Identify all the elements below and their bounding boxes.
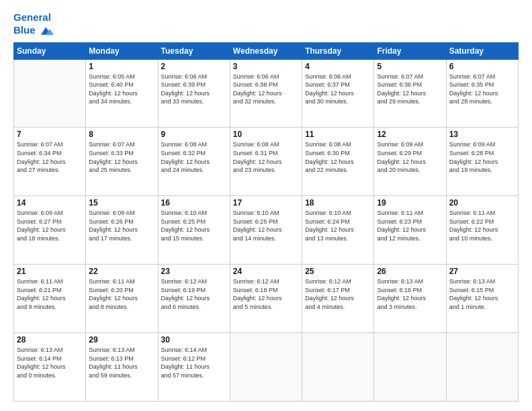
day-info: Sunrise: 6:09 AM Sunset: 6:29 PM Dayligh… [377,140,443,174]
day-info: Sunrise: 6:13 AM Sunset: 6:13 PM Dayligh… [89,346,154,379]
calendar-cell: 15Sunrise: 6:09 AM Sunset: 6:26 PM Dayli… [86,196,158,265]
day-info: Sunrise: 6:09 AM Sunset: 6:26 PM Dayligh… [89,209,154,242]
day-number: 2 [161,62,227,71]
calendar-cell: 28Sunrise: 6:13 AM Sunset: 6:14 PM Dayli… [14,333,86,402]
calendar-cell: 17Sunrise: 6:10 AM Sunset: 6:25 PM Dayli… [230,196,302,265]
day-header-thursday: Thursday [302,42,374,59]
calendar-cell: 1Sunrise: 6:05 AM Sunset: 6:40 PM Daylig… [86,59,158,128]
day-header-saturday: Saturday [446,42,518,59]
day-number: 26 [377,267,443,276]
day-info: Sunrise: 6:07 AM Sunset: 6:33 PM Dayligh… [89,140,154,174]
day-number: 15 [89,198,154,208]
day-info: Sunrise: 6:06 AM Sunset: 6:37 PM Dayligh… [305,73,371,106]
logo-text-blue: Blue [13,24,54,38]
calendar-cell: 11Sunrise: 6:08 AM Sunset: 6:30 PM Dayli… [302,128,374,196]
day-info: Sunrise: 6:11 AM Sunset: 6:22 PM Dayligh… [449,209,515,242]
week-row-4: 28Sunrise: 6:13 AM Sunset: 6:14 PM Dayli… [14,333,519,402]
day-number: 11 [305,130,371,139]
calendar-cell: 6Sunrise: 6:07 AM Sunset: 6:35 PM Daylig… [446,59,518,128]
day-info: Sunrise: 6:10 AM Sunset: 6:25 PM Dayligh… [233,209,299,242]
calendar-cell: 20Sunrise: 6:11 AM Sunset: 6:22 PM Dayli… [446,196,518,265]
calendar-cell: 29Sunrise: 6:13 AM Sunset: 6:13 PM Dayli… [86,333,158,402]
calendar-cell: 14Sunrise: 6:09 AM Sunset: 6:27 PM Dayli… [14,196,86,265]
day-info: Sunrise: 6:10 AM Sunset: 6:25 PM Dayligh… [161,209,227,242]
calendar-cell [230,333,302,402]
day-info: Sunrise: 6:12 AM Sunset: 6:19 PM Dayligh… [161,277,227,311]
calendar-cell: 22Sunrise: 6:11 AM Sunset: 6:20 PM Dayli… [86,265,158,333]
day-header-monday: Monday [86,42,158,59]
day-number: 12 [377,130,443,139]
day-info: Sunrise: 6:12 AM Sunset: 6:17 PM Dayligh… [305,277,371,311]
day-number: 4 [305,62,371,71]
day-info: Sunrise: 6:11 AM Sunset: 6:20 PM Dayligh… [89,277,154,311]
day-number: 8 [89,130,154,139]
day-info: Sunrise: 6:14 AM Sunset: 6:12 PM Dayligh… [161,346,227,379]
day-number: 28 [17,335,83,345]
calendar-cell: 13Sunrise: 6:09 AM Sunset: 6:28 PM Dayli… [446,128,518,196]
day-header-sunday: Sunday [14,42,86,59]
day-number: 9 [161,130,227,139]
calendar-cell [302,333,374,402]
calendar-cell: 25Sunrise: 6:12 AM Sunset: 6:17 PM Dayli… [302,265,374,333]
calendar-cell: 8Sunrise: 6:07 AM Sunset: 6:33 PM Daylig… [86,128,158,196]
day-info: Sunrise: 6:08 AM Sunset: 6:31 PM Dayligh… [233,140,299,174]
day-info: Sunrise: 6:08 AM Sunset: 6:30 PM Dayligh… [305,140,371,174]
calendar-cell: 7Sunrise: 6:07 AM Sunset: 6:34 PM Daylig… [14,128,86,196]
day-number: 3 [233,62,299,71]
day-info: Sunrise: 6:07 AM Sunset: 6:36 PM Dayligh… [377,73,443,106]
day-number: 16 [161,198,227,208]
week-row-3: 21Sunrise: 6:11 AM Sunset: 6:21 PM Dayli… [14,265,519,333]
calendar-cell: 9Sunrise: 6:08 AM Sunset: 6:32 PM Daylig… [158,128,230,196]
day-number: 21 [17,267,83,276]
day-number: 29 [89,335,154,345]
day-number: 13 [449,130,515,139]
calendar-cell [14,59,86,128]
day-info: Sunrise: 6:10 AM Sunset: 6:24 PM Dayligh… [305,209,371,242]
day-number: 20 [449,198,515,208]
calendar-cell: 16Sunrise: 6:10 AM Sunset: 6:25 PM Dayli… [158,196,230,265]
day-number: 22 [89,267,154,276]
calendar-cell: 5Sunrise: 6:07 AM Sunset: 6:36 PM Daylig… [374,59,446,128]
day-header-tuesday: Tuesday [158,42,230,59]
calendar-cell [446,333,518,402]
calendar-cell [374,333,446,402]
day-info: Sunrise: 6:09 AM Sunset: 6:27 PM Dayligh… [17,209,83,242]
calendar-cell: 26Sunrise: 6:13 AM Sunset: 6:16 PM Dayli… [374,265,446,333]
day-number: 6 [449,62,515,71]
day-info: Sunrise: 6:11 AM Sunset: 6:23 PM Dayligh… [377,209,443,242]
day-number: 17 [233,198,299,208]
calendar-table: SundayMondayTuesdayWednesdayThursdayFrid… [13,42,519,402]
day-info: Sunrise: 6:13 AM Sunset: 6:14 PM Dayligh… [17,346,83,379]
day-info: Sunrise: 6:11 AM Sunset: 6:21 PM Dayligh… [17,277,83,311]
day-header-wednesday: Wednesday [230,42,302,59]
week-row-0: 1Sunrise: 6:05 AM Sunset: 6:40 PM Daylig… [14,59,519,128]
week-row-1: 7Sunrise: 6:07 AM Sunset: 6:34 PM Daylig… [14,128,519,196]
calendar-cell: 30Sunrise: 6:14 AM Sunset: 6:12 PM Dayli… [158,333,230,402]
calendar-cell: 2Sunrise: 6:06 AM Sunset: 6:39 PM Daylig… [158,59,230,128]
calendar-cell: 24Sunrise: 6:12 AM Sunset: 6:18 PM Dayli… [230,265,302,333]
calendar-cell: 21Sunrise: 6:11 AM Sunset: 6:21 PM Dayli… [14,265,86,333]
day-info: Sunrise: 6:07 AM Sunset: 6:35 PM Dayligh… [449,73,515,106]
day-info: Sunrise: 6:07 AM Sunset: 6:34 PM Dayligh… [17,140,83,174]
calendar-cell: 27Sunrise: 6:13 AM Sunset: 6:15 PM Dayli… [446,265,518,333]
day-header-friday: Friday [374,42,446,59]
day-number: 5 [377,62,443,71]
calendar-cell: 19Sunrise: 6:11 AM Sunset: 6:23 PM Dayli… [374,196,446,265]
day-info: Sunrise: 6:12 AM Sunset: 6:18 PM Dayligh… [233,277,299,311]
day-info: Sunrise: 6:05 AM Sunset: 6:40 PM Dayligh… [89,73,154,106]
day-info: Sunrise: 6:06 AM Sunset: 6:39 PM Dayligh… [161,73,227,106]
header: General Blue [13,12,519,38]
logo: General Blue [13,12,54,38]
day-number: 1 [89,62,154,71]
day-number: 19 [377,198,443,208]
day-number: 24 [233,267,299,276]
day-number: 27 [449,267,515,276]
day-number: 7 [17,130,83,139]
day-number: 10 [233,130,299,139]
day-info: Sunrise: 6:09 AM Sunset: 6:28 PM Dayligh… [449,140,515,174]
day-number: 18 [305,198,371,208]
day-number: 23 [161,267,227,276]
day-info: Sunrise: 6:13 AM Sunset: 6:15 PM Dayligh… [449,277,515,311]
day-info: Sunrise: 6:08 AM Sunset: 6:32 PM Dayligh… [161,140,227,174]
calendar-cell: 4Sunrise: 6:06 AM Sunset: 6:37 PM Daylig… [302,59,374,128]
